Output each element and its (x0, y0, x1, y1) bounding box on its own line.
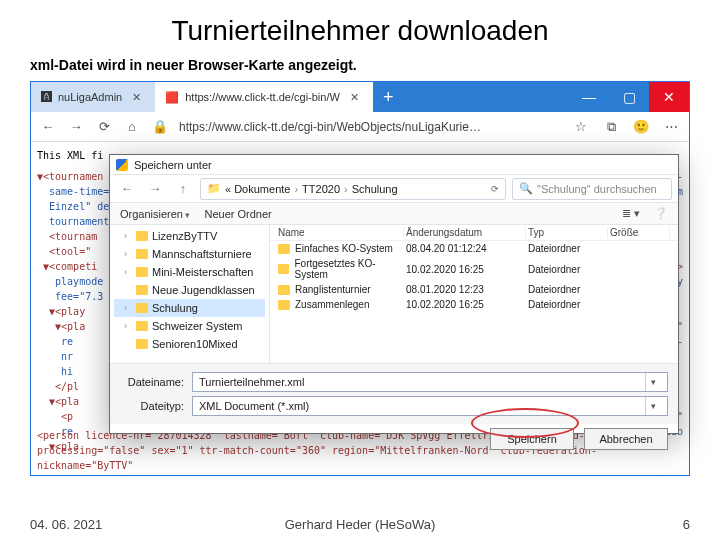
search-icon: 🔍 (519, 182, 533, 195)
url-text[interactable]: https://www.click-tt.de/cgi-bin/WebObjec… (179, 120, 561, 134)
filename-label: Dateiname: (120, 376, 184, 388)
footer-date: 04. 06. 2021 (30, 517, 102, 532)
browser-titlebar: 🅰 nuLigaAdmin ✕ 🟥 https://www.click-tt.d… (31, 82, 689, 112)
shield-icon (116, 159, 128, 171)
tab-label: https://www.click-tt.de/cgi-bin/W (185, 91, 340, 103)
tree-item: Senioren10Mixed (114, 335, 265, 353)
filetype-field[interactable]: XML Document (*.xml)▾ (192, 396, 668, 416)
slide-footer: 04. 06. 2021 Gerhard Heder (HeSoWa) 6 (30, 517, 690, 532)
dlg-fwd-icon[interactable]: → (144, 178, 166, 200)
col-size[interactable]: Größe (610, 227, 670, 238)
lock-icon: 🔒 (151, 119, 169, 134)
profile-icon[interactable]: 🙂 (631, 119, 651, 134)
browser-tab-2[interactable]: 🟥 https://www.click-tt.de/cgi-bin/W ✕ (155, 82, 373, 112)
save-as-dialog: Speichern unter ← → ↑ 📁 « Dokumente› TT2… (109, 154, 679, 434)
dialog-title: Speichern unter (134, 159, 212, 171)
favorite-icon[interactable]: ☆ (571, 119, 591, 134)
tree-item: ›Mini-Meisterschaften (114, 263, 265, 281)
slide-subtitle: xml-Datei wird in neuer Browser-Karte an… (30, 57, 690, 73)
folder-tree[interactable]: ›LizenzByTTV ›Mannschaftsturniere ›Mini-… (110, 225, 270, 363)
breadcrumb[interactable]: 📁 « Dokumente› TT2020› Schulung ⟳ (200, 178, 506, 200)
more-icon[interactable]: ⋯ (661, 119, 681, 134)
tab-close-icon[interactable]: ✕ (346, 91, 363, 104)
tree-item: ›Mannschaftsturniere (114, 245, 265, 263)
tab-label: nuLigaAdmin (58, 91, 122, 103)
tab-favicon: 🟥 (165, 91, 179, 104)
filetype-label: Dateityp: (120, 400, 184, 412)
list-item: Fortgesetztes KO-System10.02.2020 16:25D… (270, 256, 678, 282)
save-button[interactable]: Speichern (490, 428, 574, 450)
filename-field[interactable]: Turnierteilnehmer.xml▾ (192, 372, 668, 392)
organize-menu[interactable]: Organisieren (120, 208, 191, 220)
list-item: Einfaches KO-System08.04.20 01:12:24Date… (270, 241, 678, 256)
dlg-back-icon[interactable]: ← (116, 178, 138, 200)
list-item: Zusammenlegen10.02.2020 16:25Dateiordner (270, 297, 678, 312)
search-input[interactable]: 🔍 "Schulung" durchsuchen (512, 178, 672, 200)
tree-item: ›Schweizer System (114, 317, 265, 335)
collections-icon[interactable]: ⧉ (601, 119, 621, 135)
window-controls: — ▢ ✕ (569, 82, 689, 112)
col-type[interactable]: Typ (528, 227, 608, 238)
browser-window: 🅰 nuLigaAdmin ✕ 🟥 https://www.click-tt.d… (30, 81, 690, 476)
new-tab-button[interactable]: + (373, 82, 404, 112)
slide-title: Turnierteilnehmer downloaden (30, 15, 690, 47)
tree-item: Neue Jugendklassen (114, 281, 265, 299)
nav-forward-icon[interactable]: → (67, 119, 85, 134)
dlg-up-icon[interactable]: ↑ (172, 178, 194, 200)
address-bar: ← → ⟳ ⌂ 🔒 https://www.click-tt.de/cgi-bi… (31, 112, 689, 142)
tab-favicon: 🅰 (41, 91, 52, 103)
new-folder-button[interactable]: Neuer Ordner (205, 208, 272, 220)
footer-author: Gerhard Heder (HeSoWa) (285, 517, 436, 532)
tab-close-icon[interactable]: ✕ (128, 91, 145, 104)
tree-item-selected: ›Schulung (114, 299, 265, 317)
minimize-button[interactable]: — (569, 82, 609, 112)
tree-item: ›LizenzByTTV (114, 227, 265, 245)
close-window-button[interactable]: ✕ (649, 82, 689, 112)
view-icon[interactable]: ≣ ▾ (622, 207, 640, 220)
list-item: Ranglistenturnier08.01.2020 12:23Dateior… (270, 282, 678, 297)
col-name[interactable]: Name (278, 227, 404, 238)
reload-icon[interactable]: ⟳ (95, 119, 113, 134)
help-icon[interactable]: ❔ (654, 207, 668, 220)
file-list[interactable]: Name Änderungsdatum Typ Größe Einfaches … (270, 225, 678, 363)
home-icon[interactable]: ⌂ (123, 119, 141, 134)
maximize-button[interactable]: ▢ (609, 82, 649, 112)
cancel-button[interactable]: Abbrechen (584, 428, 668, 450)
footer-page: 6 (683, 517, 690, 532)
col-modified[interactable]: Änderungsdatum (406, 227, 526, 238)
nav-back-icon[interactable]: ← (39, 119, 57, 134)
browser-tab-1[interactable]: 🅰 nuLigaAdmin ✕ (31, 82, 155, 112)
